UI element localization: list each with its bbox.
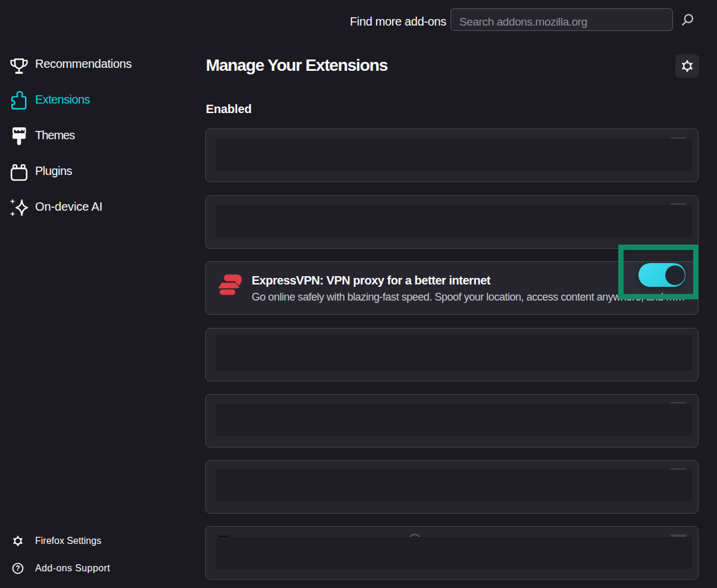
- svg-text:?: ?: [15, 564, 20, 573]
